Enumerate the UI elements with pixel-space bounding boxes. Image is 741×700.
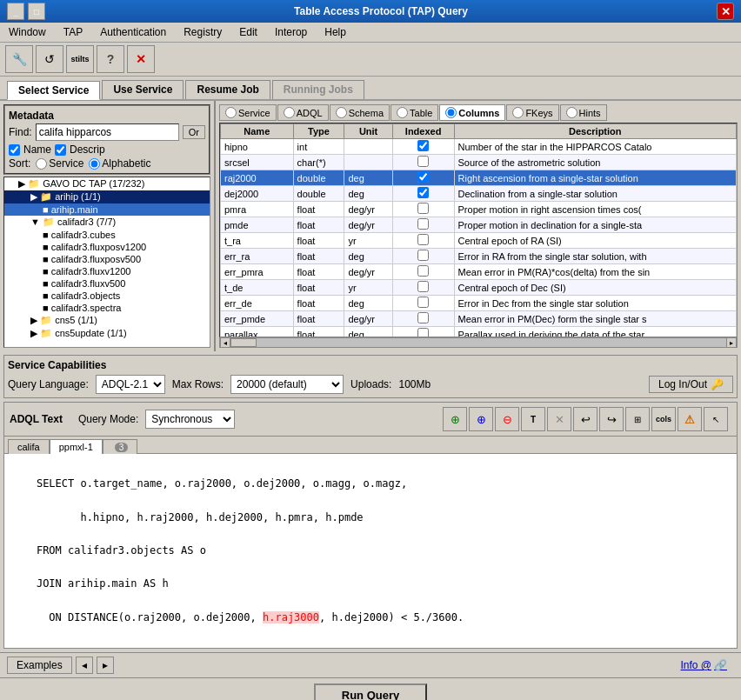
menu-authentication[interactable]: Authentication xyxy=(95,24,171,40)
tree-item-califadr3-cubes[interactable]: ■ califadr3.cubes xyxy=(4,229,210,241)
tree-item-arihip[interactable]: ▶ 📁 arihip (1/1) xyxy=(4,190,210,203)
next-button[interactable]: ▸ xyxy=(97,657,114,674)
cols-btn[interactable]: cols xyxy=(651,407,676,431)
table-row[interactable]: err_pmrafloatdeg/yrMean error in PM(RA)*… xyxy=(221,264,737,280)
sort-alphabetic-radio[interactable] xyxy=(89,158,100,170)
close-tool-button[interactable]: ✕ xyxy=(127,45,155,73)
tree-item-arihip-main[interactable]: ■ arihip.main xyxy=(4,203,210,216)
col-header-unit[interactable]: Unit xyxy=(344,124,392,139)
califadr3-expand-icon: ▼ xyxy=(30,217,43,227)
cursor-btn[interactable]: ↖ xyxy=(704,407,728,431)
tree-item-califadr3-objects[interactable]: ■ califadr3.objects xyxy=(4,290,210,302)
add-blue-btn[interactable]: ⊕ xyxy=(469,407,493,431)
descrip-checkbox[interactable] xyxy=(55,144,66,156)
scroll-left[interactable]: ◂ xyxy=(220,337,230,348)
scroll-right[interactable]: ▸ xyxy=(726,337,737,348)
info-button[interactable]: Info @ 🔗 xyxy=(673,657,734,673)
run-query-button[interactable]: Run Query xyxy=(314,683,427,700)
menu-window[interactable]: Window xyxy=(3,24,51,40)
sort-alphabetic-label: Alphabetic xyxy=(102,157,150,170)
tree-item-califadr3[interactable]: ▼ 📁 califadr3 (7/7) xyxy=(4,216,210,229)
tree-container[interactable]: ▶ 📁 GAVO DC TAP (17/232) ▶ 📁 arihip (1/1… xyxy=(3,177,210,348)
table-row[interactable]: t_rafloatyrCentral epoch of RA (SI) xyxy=(221,233,737,249)
col-header-description[interactable]: Description xyxy=(454,124,736,139)
table-row[interactable]: dej2000doubledegDeclination from a singl… xyxy=(221,186,737,202)
tree-item-califadr3-fluxposv1200[interactable]: ■ califadr3.fluxposv1200 xyxy=(4,241,210,253)
or-button[interactable]: Or xyxy=(183,125,205,139)
remove-btn[interactable]: ⊖ xyxy=(495,407,519,431)
log-in-out-button[interactable]: Log In/Out 🔑 xyxy=(649,376,733,393)
columns-table-container[interactable]: Name Type Unit Indexed Description hipno… xyxy=(219,123,738,337)
redo-btn[interactable]: ↪ xyxy=(599,407,624,431)
find-input[interactable] xyxy=(36,123,179,141)
tree-item-califadr3-fluxv500[interactable]: ■ califadr3.fluxv500 xyxy=(4,277,210,290)
table-row[interactable]: err_rafloatdegError in RA from the singl… xyxy=(221,249,737,264)
menu-interop[interactable]: Interop xyxy=(270,24,312,40)
tree-item-gavo[interactable]: ▶ 📁 GAVO DC TAP (17/232) xyxy=(4,177,210,190)
wrench-button[interactable]: 🔧 xyxy=(5,45,33,73)
add-green-btn[interactable]: ⊕ xyxy=(443,407,467,431)
query-tabs: califa ppmxl-1 3 xyxy=(4,437,737,454)
stilts-button[interactable]: stilts xyxy=(66,45,94,73)
query-tab-ppmxl[interactable]: ppmxl-1 xyxy=(50,439,103,454)
tree-item-califadr3-fluxv1200[interactable]: ■ califadr3.fluxv1200 xyxy=(4,265,210,277)
prev-button[interactable]: ◂ xyxy=(76,657,93,674)
maximize-button[interactable]: □ xyxy=(28,3,45,20)
text-btn[interactable]: T xyxy=(521,407,545,431)
tab-service[interactable]: Service xyxy=(219,104,277,121)
help-button[interactable]: ? xyxy=(97,45,124,73)
tab-columns[interactable]: Columns xyxy=(439,104,505,121)
table-row[interactable]: pmrafloatdeg/yrProper motion in right as… xyxy=(221,202,737,217)
table-row[interactable]: hipnointNumber of the star in the HIPPAR… xyxy=(221,139,737,155)
tree-item-cns5update[interactable]: ▶ 📁 cns5update (1/1) xyxy=(4,327,210,340)
tree-item-cns5[interactable]: ▶ 📁 cns5 (1/1) xyxy=(4,314,210,327)
name-checkbox[interactable] xyxy=(9,144,20,156)
max-rows-select[interactable]: 20000 (default) xyxy=(230,375,344,394)
main-toolbar: 🔧 ↺ stilts ? ✕ xyxy=(0,43,741,77)
query-tab-3[interactable]: 3 xyxy=(103,439,138,454)
tree-item-califadr3-fluxposv500[interactable]: ■ califadr3.fluxposv500 xyxy=(4,253,210,265)
scroll-thumb[interactable] xyxy=(230,338,257,347)
undo-btn[interactable]: ↩ xyxy=(573,407,597,431)
tab-schema[interactable]: Schema xyxy=(330,104,390,121)
horizontal-scrollbar[interactable]: ◂ ▸ xyxy=(219,337,738,348)
query-mode-select[interactable]: Synchronous Asynchronous xyxy=(145,410,235,429)
table-row[interactable]: t_defloatyrCentral epoch of Dec (SI) xyxy=(221,280,737,296)
col-header-name[interactable]: Name xyxy=(221,124,294,139)
table-row[interactable]: srcselchar(*)Source of the astrometric s… xyxy=(221,155,737,170)
examples-button[interactable]: Examples xyxy=(7,657,72,674)
tab-adql[interactable]: ADQL xyxy=(277,104,329,121)
minimize-button[interactable]: _ xyxy=(7,3,24,20)
tab-table[interactable]: Table xyxy=(391,104,438,121)
warn-btn[interactable]: ⚠ xyxy=(678,407,702,431)
tab-hints[interactable]: Hints xyxy=(560,104,607,121)
clear-btn[interactable]: ✕ xyxy=(547,407,571,431)
menu-help[interactable]: Help xyxy=(319,24,351,40)
adql-title: ADQL Text xyxy=(10,413,63,425)
query-text-area[interactable]: SELECT o.target_name, o.raj2000, o.dej20… xyxy=(4,454,737,648)
query-tab-califa[interactable]: califa xyxy=(8,439,50,454)
tab-use-service[interactable]: Use Service xyxy=(102,80,184,99)
table-btn[interactable]: ⊞ xyxy=(625,407,650,431)
tab-running-jobs: Running Jobs xyxy=(272,80,364,99)
tab-resume-job[interactable]: Resume Job xyxy=(185,80,270,99)
table-row[interactable]: err_pmdefloatdeg/yrMean error in PM(Dec)… xyxy=(221,311,737,327)
col-header-type[interactable]: Type xyxy=(293,124,344,139)
sort-service-radio[interactable] xyxy=(36,158,47,170)
tab-select-service[interactable]: Select Service xyxy=(7,81,100,100)
col-header-indexed[interactable]: Indexed xyxy=(392,124,454,139)
table-row[interactable]: parallaxfloatdegParallax used in derivin… xyxy=(221,327,737,338)
menu-tap[interactable]: TAP xyxy=(58,24,88,40)
tree-item-califadr3-spectra[interactable]: ■ califadr3.spectra xyxy=(4,302,210,314)
table-icon-3: ■ xyxy=(43,254,51,264)
menu-registry[interactable]: Registry xyxy=(178,24,227,40)
table-row[interactable]: raj2000doubledegRight ascension from a s… xyxy=(221,170,737,186)
table-row[interactable]: pmdefloatdeg/yrProper motion in declinat… xyxy=(221,217,737,233)
close-button[interactable]: ✕ xyxy=(717,3,734,20)
refresh-button[interactable]: ↺ xyxy=(36,45,63,73)
query-language-select[interactable]: ADQL-2.1 xyxy=(96,375,165,394)
tab-fkeys[interactable]: FKeys xyxy=(506,104,558,121)
table-row[interactable]: err_defloatdegError in Dec from the sing… xyxy=(221,296,737,311)
menu-edit[interactable]: Edit xyxy=(234,24,263,40)
metadata-title: Metadata xyxy=(9,110,205,122)
